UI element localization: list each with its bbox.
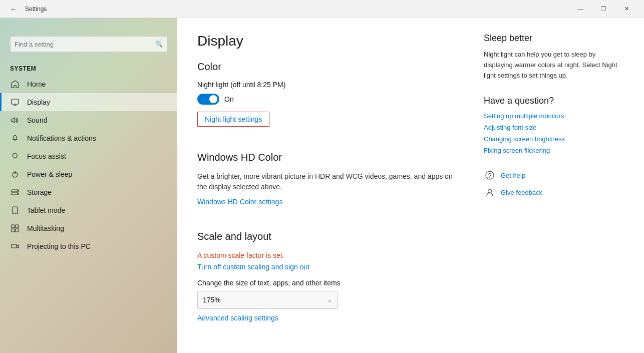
scale-layout-title: Scale and layout xyxy=(197,231,464,242)
hd-color-title: Windows HD Color xyxy=(197,152,464,163)
sidebar-item-tablet[interactable]: Tablet mode xyxy=(0,201,177,219)
svg-rect-10 xyxy=(16,225,19,228)
svg-rect-0 xyxy=(12,99,19,104)
night-light-toggle[interactable] xyxy=(197,94,219,105)
toggle-state-label: On xyxy=(224,95,234,103)
svg-point-6 xyxy=(17,193,18,194)
sidebar-item-storage[interactable]: Storage xyxy=(0,183,177,201)
sidebar-label-tablet: Tablet mode xyxy=(27,206,65,214)
close-button[interactable]: ✕ xyxy=(615,0,638,18)
sidebar-item-display[interactable]: Display xyxy=(0,93,177,111)
window-controls: — ❐ ✕ xyxy=(569,0,638,18)
app-title: Settings xyxy=(25,6,569,13)
help-links: Setting up multiple monitors Adjusting f… xyxy=(484,112,624,154)
svg-text:?: ? xyxy=(488,172,492,179)
hd-color-description: Get a brighter, more vibrant picture in … xyxy=(197,171,464,192)
sidebar-label-home: Home xyxy=(27,80,46,88)
home-icon xyxy=(10,80,20,88)
color-section-title: Color xyxy=(197,61,464,73)
projecting-icon xyxy=(10,242,20,250)
hd-color-settings-link[interactable]: Windows HD Color settings xyxy=(197,198,282,206)
storage-icon xyxy=(10,188,20,196)
display-icon xyxy=(10,98,20,106)
sidebar-label-power: Power & sleep xyxy=(27,170,72,178)
search-box[interactable]: 🔍 xyxy=(10,36,167,52)
minimize-button[interactable]: — xyxy=(569,0,592,18)
sidebar-item-focus[interactable]: Focus assist xyxy=(0,147,177,165)
titlebar: ← Settings — ❐ ✕ xyxy=(0,0,644,18)
app-body: 🔍 System Home Display Sound xyxy=(0,18,644,353)
change-size-label: Change the size of text, apps, and other… xyxy=(197,279,464,287)
sidebar-item-home[interactable]: Home xyxy=(0,75,177,93)
svg-point-1 xyxy=(15,135,16,136)
advanced-scaling-link[interactable]: Advanced scaling settings xyxy=(197,314,278,322)
sidebar-section-label: System xyxy=(0,57,177,75)
content-area: Display Color Night light (off until 8:2… xyxy=(177,18,644,353)
help-link-2[interactable]: Changing screen brightness xyxy=(484,135,624,143)
sidebar-label-multitasking: Multitasking xyxy=(27,224,64,232)
custom-scale-warning: A custom scale factor is set. xyxy=(197,250,464,261)
have-question-title: Have a question? xyxy=(484,96,624,106)
get-help-icon: ? xyxy=(484,169,496,181)
maximize-button[interactable]: ❐ xyxy=(592,0,615,18)
sidebar-label-storage: Storage xyxy=(27,188,52,196)
sidebar-item-multitasking[interactable]: Multitasking xyxy=(0,219,177,237)
help-link-0[interactable]: Setting up multiple monitors xyxy=(484,112,624,120)
night-light-label: Night light (off until 8:25 PM) xyxy=(197,81,464,89)
get-help-row[interactable]: ? Get help xyxy=(484,169,624,181)
sidebar-item-power[interactable]: Power & sleep xyxy=(0,165,177,183)
side-panel: Sleep better Night light can help you ge… xyxy=(484,33,624,338)
svg-point-8 xyxy=(15,212,16,213)
notifications-icon xyxy=(10,134,20,142)
main-content: Display Color Night light (off until 8:2… xyxy=(197,33,464,338)
give-feedback-row[interactable]: Give feedback xyxy=(484,186,624,198)
sidebar-label-notifications: Notifications & actions xyxy=(27,134,96,142)
search-icon: 🔍 xyxy=(155,41,163,48)
sidebar-item-projecting[interactable]: Projecting to this PC xyxy=(0,237,177,255)
help-link-3[interactable]: Fixing screen flickering xyxy=(484,147,624,154)
night-light-toggle-row: On xyxy=(197,94,464,105)
scale-dropdown[interactable]: 175% ⌄ xyxy=(197,291,338,309)
svg-rect-12 xyxy=(16,229,19,232)
tablet-icon xyxy=(10,206,20,214)
sidebar-label-focus: Focus assist xyxy=(27,152,66,160)
get-help-label[interactable]: Get help xyxy=(501,172,525,179)
svg-rect-13 xyxy=(12,244,17,248)
scale-layout-section: Scale and layout A custom scale factor i… xyxy=(197,231,464,322)
night-light-settings-button[interactable]: Night light settings xyxy=(197,112,269,127)
dropdown-value: 175% xyxy=(203,296,221,304)
svg-rect-11 xyxy=(12,229,15,232)
sidebar-header: 🔍 xyxy=(0,18,177,57)
sidebar: 🔍 System Home Display Sound xyxy=(0,18,177,353)
multitasking-icon xyxy=(10,224,20,232)
search-input[interactable] xyxy=(15,41,155,48)
sidebar-label-projecting: Projecting to this PC xyxy=(27,242,91,250)
power-icon xyxy=(10,170,20,178)
toggle-thumb xyxy=(209,95,217,103)
svg-rect-9 xyxy=(12,225,15,228)
focus-icon xyxy=(10,152,20,160)
turn-off-scaling-link[interactable]: Turn off custom scaling and sign out xyxy=(197,263,464,271)
page-title: Display xyxy=(197,33,464,49)
svg-point-5 xyxy=(17,190,18,191)
give-feedback-icon xyxy=(484,186,496,198)
sleep-better-title: Sleep better xyxy=(484,33,624,44)
back-button[interactable]: ← xyxy=(6,2,21,17)
give-feedback-label[interactable]: Give feedback xyxy=(501,189,542,196)
dropdown-arrow-icon: ⌄ xyxy=(328,297,332,303)
sound-icon xyxy=(10,116,20,124)
sleep-better-text: Night light can help you get to sleep by… xyxy=(484,50,624,81)
sidebar-label-display: Display xyxy=(27,98,50,106)
help-link-1[interactable]: Adjusting font size xyxy=(484,124,624,131)
sidebar-label-sound: Sound xyxy=(27,116,47,124)
sidebar-item-notifications[interactable]: Notifications & actions xyxy=(0,129,177,147)
sidebar-item-sound[interactable]: Sound xyxy=(0,111,177,129)
